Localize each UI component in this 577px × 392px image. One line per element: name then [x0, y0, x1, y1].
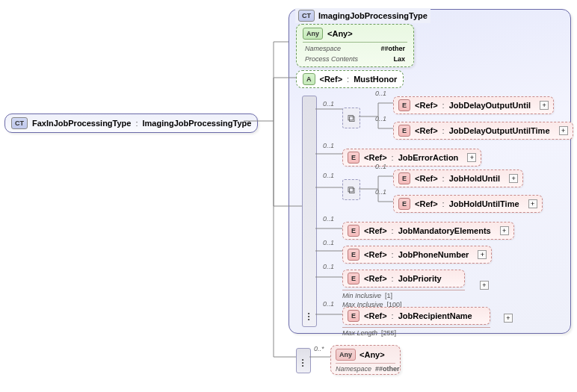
- sequence-block: [302, 96, 317, 327]
- seq-icon: [300, 358, 306, 370]
- e-badge: E: [398, 99, 410, 111]
- el-jobholduntil: E <Ref>: JobHoldUntil +: [393, 169, 523, 187]
- expand-icon[interactable]: +: [500, 226, 509, 235]
- expand-icon[interactable]: +: [504, 314, 513, 323]
- occurs: 0..1: [323, 300, 334, 308]
- el-jobrecipientname: E <Ref>: JobRecipientName Max Length [25…: [342, 307, 490, 337]
- el-jobdelayoutputuntil: E <Ref>: JobDelayOutputUntil +: [393, 96, 554, 114]
- occurs: 0..1: [323, 172, 334, 179]
- el-name: JobErrorAction: [398, 153, 459, 162]
- sequence-bottom: [296, 348, 311, 373]
- e-badge: E: [348, 152, 360, 164]
- occurs: 0..1: [323, 215, 334, 223]
- expand-icon[interactable]: +: [480, 281, 489, 290]
- ref-label: <Ref>: [320, 75, 343, 84]
- expand-icon[interactable]: +: [509, 174, 518, 183]
- expand-icon[interactable]: +: [467, 153, 476, 162]
- ct-header: CT ImagingJobProcessingType: [295, 8, 431, 23]
- el-name: JobHoldUntilTime: [449, 199, 519, 208]
- attr-name: MustHonor: [354, 75, 397, 84]
- expand-icon[interactable]: +: [540, 101, 549, 110]
- any-element-bottom: Any <Any> Namespace ##other: [330, 345, 401, 375]
- any-badge: Any: [303, 28, 323, 40]
- choice-block: ⧉: [342, 108, 360, 128]
- occurs: 0..1: [323, 142, 334, 149]
- expand-icon[interactable]: +: [478, 250, 487, 259]
- occurs: 0..1: [375, 115, 386, 122]
- colon: :: [135, 119, 138, 128]
- constraint-min: Min Inclusive [1]: [342, 290, 465, 299]
- attribute-musthonor: A <Ref> : MustHonor: [296, 70, 404, 88]
- root-complex-type: CT FaxInJobProcessingType : ImagingJobPr…: [4, 113, 258, 133]
- a-badge: A: [303, 73, 315, 85]
- any-ns: Namespace ##other: [336, 363, 395, 373]
- el-name: JobPhoneNumber: [398, 250, 469, 259]
- e-badge: E: [348, 310, 360, 322]
- root-name: FaxInJobProcessingType: [32, 119, 131, 128]
- el-name: JobHoldUntil: [449, 174, 500, 183]
- any-badge: Any: [336, 349, 356, 361]
- el-jobdelayoutputuntiltime: E <Ref>: JobDelayOutputUntilTime +: [393, 122, 573, 140]
- e-badge: E: [348, 225, 360, 237]
- el-name: JobDelayOutputUntilTime: [449, 126, 550, 135]
- expand-icon[interactable]: +: [559, 126, 568, 135]
- e-badge: E: [348, 249, 360, 261]
- occurs: 0..1: [375, 163, 386, 170]
- e-badge: E: [348, 273, 360, 284]
- el-name: JobDelayOutputUntil: [449, 101, 531, 110]
- el-jobphonenumber: E <Ref>: JobPhoneNumber +: [342, 246, 492, 264]
- el-joberroraction: E <Ref>: JobErrorAction +: [342, 149, 481, 167]
- el-name: JobMandatoryElements: [398, 226, 491, 235]
- any-label: <Any>: [327, 29, 353, 38]
- constraint-len: Max Length [255]: [342, 327, 490, 337]
- seq-icon: [306, 311, 312, 323]
- occurs: 0..*: [314, 345, 324, 352]
- e-badge: E: [398, 198, 410, 210]
- occurs: 0..1: [323, 100, 334, 108]
- ct-badge: CT: [11, 117, 28, 129]
- any-attrs: Namespace##other Process ContentsLax: [303, 42, 407, 65]
- el-name: JobRecipientName: [398, 311, 472, 320]
- occurs: 0..1: [375, 90, 386, 97]
- e-badge: E: [398, 172, 410, 184]
- any-element-top: Any <Any> Namespace##other Process Conte…: [296, 24, 414, 67]
- e-badge: E: [398, 125, 410, 137]
- el-name: JobPriority: [398, 274, 442, 283]
- occurs: 0..1: [323, 239, 334, 246]
- expand-icon[interactable]: +: [528, 199, 537, 208]
- root-base: ImagingJobProcessingType: [143, 119, 252, 128]
- el-jobholduntiltime: E <Ref>: JobHoldUntilTime +: [393, 195, 543, 213]
- occurs: 0..1: [323, 263, 334, 270]
- any-label: <Any>: [360, 350, 385, 359]
- occurs: 0..1: [375, 188, 386, 196]
- el-jobpriority: E <Ref>: JobPriority Min Inclusive [1] M…: [342, 270, 465, 308]
- ct-title: ImagingJobProcessingType: [318, 11, 428, 20]
- el-jobmandatoryelements: E <Ref>: JobMandatoryElements +: [342, 222, 514, 240]
- ct-badge: CT: [298, 10, 315, 22]
- choice-block: ⧉: [342, 179, 360, 200]
